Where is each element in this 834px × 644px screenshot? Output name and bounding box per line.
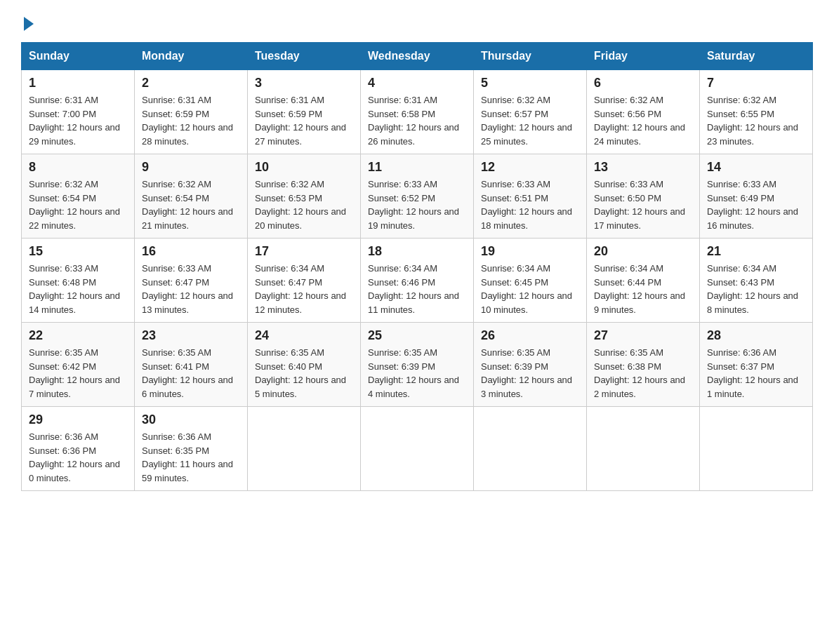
table-row: 30 Sunrise: 6:36 AMSunset: 6:35 PMDaylig… [135, 407, 248, 491]
day-info: Sunrise: 6:35 AMSunset: 6:39 PMDaylight:… [368, 346, 466, 401]
table-row [700, 407, 813, 491]
calendar-week-row: 1 Sunrise: 6:31 AMSunset: 7:00 PMDayligh… [22, 70, 813, 154]
day-info: Sunrise: 6:32 AMSunset: 6:53 PMDaylight:… [255, 177, 353, 232]
day-number: 8 [29, 160, 127, 175]
table-row: 21 Sunrise: 6:34 AMSunset: 6:43 PMDaylig… [700, 239, 813, 323]
day-number: 25 [368, 328, 466, 343]
table-row: 2 Sunrise: 6:31 AMSunset: 6:59 PMDayligh… [135, 70, 248, 154]
day-number: 2 [142, 76, 240, 90]
calendar-week-row: 29 Sunrise: 6:36 AMSunset: 6:36 PMDaylig… [22, 407, 813, 491]
calendar-table: SundayMondayTuesdayWednesdayThursdayFrid… [21, 42, 813, 491]
calendar-day-header: Friday [587, 43, 700, 70]
table-row: 11 Sunrise: 6:33 AMSunset: 6:52 PMDaylig… [361, 154, 474, 239]
day-number: 4 [368, 76, 466, 90]
day-info: Sunrise: 6:32 AMSunset: 6:57 PMDaylight:… [481, 93, 579, 148]
day-info: Sunrise: 6:34 AMSunset: 6:43 PMDaylight:… [707, 262, 805, 316]
day-number: 30 [142, 412, 240, 427]
day-info: Sunrise: 6:32 AMSunset: 6:55 PMDaylight:… [707, 93, 805, 148]
calendar-week-row: 15 Sunrise: 6:33 AMSunset: 6:48 PMDaylig… [22, 239, 813, 323]
calendar-day-header: Thursday [474, 43, 587, 70]
table-row: 5 Sunrise: 6:32 AMSunset: 6:57 PMDayligh… [474, 70, 587, 154]
table-row: 29 Sunrise: 6:36 AMSunset: 6:36 PMDaylig… [22, 407, 135, 491]
day-number: 26 [481, 328, 579, 343]
table-row [361, 407, 474, 491]
logo-arrow-icon [24, 17, 34, 31]
day-number: 13 [594, 160, 692, 175]
table-row: 8 Sunrise: 6:32 AMSunset: 6:54 PMDayligh… [22, 154, 135, 239]
day-number: 12 [481, 160, 579, 175]
calendar-day-header: Tuesday [248, 43, 361, 70]
day-info: Sunrise: 6:35 AMSunset: 6:41 PMDaylight:… [142, 346, 240, 401]
day-number: 9 [142, 160, 240, 175]
day-info: Sunrise: 6:33 AMSunset: 6:50 PMDaylight:… [594, 177, 692, 232]
day-info: Sunrise: 6:35 AMSunset: 6:42 PMDaylight:… [29, 346, 127, 401]
table-row: 9 Sunrise: 6:32 AMSunset: 6:54 PMDayligh… [135, 154, 248, 239]
day-number: 17 [255, 244, 353, 259]
table-row: 20 Sunrise: 6:34 AMSunset: 6:44 PMDaylig… [587, 239, 700, 323]
table-row: 13 Sunrise: 6:33 AMSunset: 6:50 PMDaylig… [587, 154, 700, 239]
table-row: 23 Sunrise: 6:35 AMSunset: 6:41 PMDaylig… [135, 323, 248, 407]
table-row [248, 407, 361, 491]
day-info: Sunrise: 6:34 AMSunset: 6:46 PMDaylight:… [368, 262, 466, 316]
day-info: Sunrise: 6:33 AMSunset: 6:48 PMDaylight:… [29, 262, 127, 316]
day-info: Sunrise: 6:32 AMSunset: 6:56 PMDaylight:… [594, 93, 692, 148]
day-number: 14 [707, 160, 805, 175]
table-row: 17 Sunrise: 6:34 AMSunset: 6:47 PMDaylig… [248, 239, 361, 323]
day-number: 19 [481, 244, 579, 259]
page-header [21, 14, 813, 31]
day-number: 15 [29, 244, 127, 259]
calendar-header-row: SundayMondayTuesdayWednesdayThursdayFrid… [22, 43, 813, 70]
day-info: Sunrise: 6:34 AMSunset: 6:44 PMDaylight:… [594, 262, 692, 316]
day-info: Sunrise: 6:31 AMSunset: 7:00 PMDaylight:… [29, 93, 127, 148]
day-info: Sunrise: 6:34 AMSunset: 6:45 PMDaylight:… [481, 262, 579, 316]
table-row: 18 Sunrise: 6:34 AMSunset: 6:46 PMDaylig… [361, 239, 474, 323]
day-info: Sunrise: 6:32 AMSunset: 6:54 PMDaylight:… [29, 177, 127, 232]
day-number: 20 [594, 244, 692, 259]
day-number: 10 [255, 160, 353, 175]
day-number: 6 [594, 76, 692, 90]
calendar-day-header: Sunday [22, 43, 135, 70]
day-number: 24 [255, 328, 353, 343]
table-row: 15 Sunrise: 6:33 AMSunset: 6:48 PMDaylig… [22, 239, 135, 323]
table-row: 22 Sunrise: 6:35 AMSunset: 6:42 PMDaylig… [22, 323, 135, 407]
day-info: Sunrise: 6:33 AMSunset: 6:52 PMDaylight:… [368, 177, 466, 232]
day-number: 28 [707, 328, 805, 343]
day-info: Sunrise: 6:36 AMSunset: 6:37 PMDaylight:… [707, 346, 805, 401]
day-info: Sunrise: 6:31 AMSunset: 6:59 PMDaylight:… [142, 93, 240, 148]
calendar-day-header: Monday [135, 43, 248, 70]
day-info: Sunrise: 6:36 AMSunset: 6:36 PMDaylight:… [29, 430, 127, 485]
table-row [474, 407, 587, 491]
table-row: 16 Sunrise: 6:33 AMSunset: 6:47 PMDaylig… [135, 239, 248, 323]
table-row: 25 Sunrise: 6:35 AMSunset: 6:39 PMDaylig… [361, 323, 474, 407]
day-info: Sunrise: 6:33 AMSunset: 6:49 PMDaylight:… [707, 177, 805, 232]
day-number: 18 [368, 244, 466, 259]
day-info: Sunrise: 6:35 AMSunset: 6:39 PMDaylight:… [481, 346, 579, 401]
table-row: 10 Sunrise: 6:32 AMSunset: 6:53 PMDaylig… [248, 154, 361, 239]
table-row: 24 Sunrise: 6:35 AMSunset: 6:40 PMDaylig… [248, 323, 361, 407]
day-info: Sunrise: 6:35 AMSunset: 6:38 PMDaylight:… [594, 346, 692, 401]
day-number: 22 [29, 328, 127, 343]
day-number: 21 [707, 244, 805, 259]
table-row: 28 Sunrise: 6:36 AMSunset: 6:37 PMDaylig… [700, 323, 813, 407]
table-row: 7 Sunrise: 6:32 AMSunset: 6:55 PMDayligh… [700, 70, 813, 154]
calendar-week-row: 22 Sunrise: 6:35 AMSunset: 6:42 PMDaylig… [22, 323, 813, 407]
table-row: 4 Sunrise: 6:31 AMSunset: 6:58 PMDayligh… [361, 70, 474, 154]
calendar-day-header: Saturday [700, 43, 813, 70]
table-row: 3 Sunrise: 6:31 AMSunset: 6:59 PMDayligh… [248, 70, 361, 154]
day-number: 3 [255, 76, 353, 90]
table-row: 1 Sunrise: 6:31 AMSunset: 7:00 PMDayligh… [22, 70, 135, 154]
table-row: 26 Sunrise: 6:35 AMSunset: 6:39 PMDaylig… [474, 323, 587, 407]
table-row: 27 Sunrise: 6:35 AMSunset: 6:38 PMDaylig… [587, 323, 700, 407]
day-number: 23 [142, 328, 240, 343]
table-row: 12 Sunrise: 6:33 AMSunset: 6:51 PMDaylig… [474, 154, 587, 239]
day-info: Sunrise: 6:35 AMSunset: 6:40 PMDaylight:… [255, 346, 353, 401]
day-info: Sunrise: 6:34 AMSunset: 6:47 PMDaylight:… [255, 262, 353, 316]
calendar-day-header: Wednesday [361, 43, 474, 70]
day-info: Sunrise: 6:33 AMSunset: 6:51 PMDaylight:… [481, 177, 579, 232]
day-info: Sunrise: 6:31 AMSunset: 6:58 PMDaylight:… [368, 93, 466, 148]
day-info: Sunrise: 6:32 AMSunset: 6:54 PMDaylight:… [142, 177, 240, 232]
logo [21, 14, 34, 31]
calendar-week-row: 8 Sunrise: 6:32 AMSunset: 6:54 PMDayligh… [22, 154, 813, 239]
day-number: 11 [368, 160, 466, 175]
day-number: 5 [481, 76, 579, 90]
